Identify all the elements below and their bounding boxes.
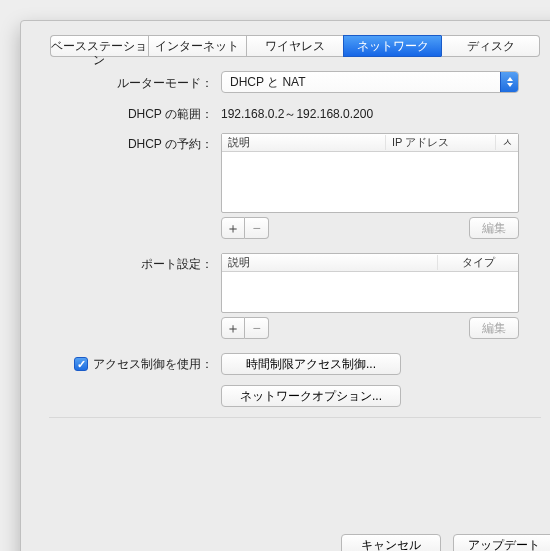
dhcp-reserve-body: [222, 152, 518, 212]
dhcp-range-value: 192.168.0.2～192.168.0.200: [221, 103, 373, 123]
dhcp-range-label: DHCP の範囲：: [35, 103, 221, 123]
update-button[interactable]: アップデート: [453, 534, 550, 551]
port-settings-header: 説明 タイプ: [222, 254, 518, 272]
dhcp-reserve-header: 説明 IP アドレス ㅅ: [222, 134, 518, 152]
access-control-label: アクセス制御を使用：: [93, 356, 213, 373]
col-port-type[interactable]: タイプ: [438, 255, 518, 270]
dhcp-add-button[interactable]: ＋: [221, 217, 245, 239]
dhcp-reserve-table[interactable]: 説明 IP アドレス ㅅ: [221, 133, 519, 213]
port-add-button[interactable]: ＋: [221, 317, 245, 339]
port-remove-button[interactable]: −: [245, 317, 269, 339]
divider: [49, 417, 541, 418]
footer-buttons: キャンセル アップデート: [341, 534, 550, 551]
tab-bar: ベースステーション インターネット ワイヤレス ネットワーク ディスク: [50, 35, 540, 57]
router-mode-value: DHCP と NAT: [222, 74, 306, 91]
col-port-description[interactable]: 説明: [222, 255, 438, 270]
col-sort-icon[interactable]: ㅅ: [496, 135, 518, 150]
tab-base-station[interactable]: ベースステーション: [50, 35, 148, 57]
access-control-checkbox[interactable]: ✓: [74, 357, 88, 371]
col-description[interactable]: 説明: [222, 135, 386, 150]
popup-arrows-icon: [500, 72, 518, 92]
tab-internet[interactable]: インターネット: [148, 35, 246, 57]
port-edit-button[interactable]: 編集: [469, 317, 519, 339]
dhcp-remove-button[interactable]: −: [245, 217, 269, 239]
dhcp-edit-button[interactable]: 編集: [469, 217, 519, 239]
timed-access-control-button[interactable]: 時間制限アクセス制御...: [221, 353, 401, 375]
network-options-button[interactable]: ネットワークオプション...: [221, 385, 401, 407]
col-ip-address[interactable]: IP アドレス: [386, 135, 496, 150]
cancel-button[interactable]: キャンセル: [341, 534, 441, 551]
port-settings-label: ポート設定：: [35, 253, 221, 273]
tab-disk[interactable]: ディスク: [441, 35, 540, 57]
network-settings-window: ベースステーション インターネット ワイヤレス ネットワーク ディスク ルーター…: [20, 20, 550, 551]
port-settings-table[interactable]: 説明 タイプ: [221, 253, 519, 313]
tab-wireless[interactable]: ワイヤレス: [246, 35, 344, 57]
router-mode-label: ルーターモード：: [35, 72, 221, 92]
dhcp-reserve-label: DHCP の予約：: [35, 133, 221, 153]
port-settings-body: [222, 272, 518, 312]
router-mode-popup[interactable]: DHCP と NAT: [221, 71, 519, 93]
tab-network[interactable]: ネットワーク: [343, 35, 441, 57]
